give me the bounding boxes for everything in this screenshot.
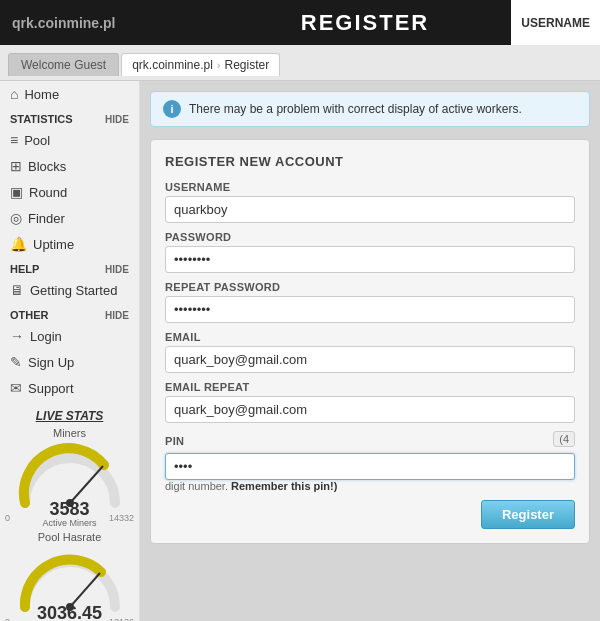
help-label: HELP [10,263,39,275]
pin-input[interactable] [165,453,575,480]
sidebar-item-home[interactable]: ⌂ Home [0,81,139,107]
blocks-icon: ⊞ [10,158,22,174]
sidebar-item-signup[interactable]: ✎ Sign Up [0,349,139,375]
sidebar-item-blocks[interactable]: ⊞ Blocks [0,153,139,179]
statistics-label: STATISTICS [10,113,73,125]
breadcrumb-separator: › [217,59,221,71]
email-label: EMAIL [165,331,575,343]
username-input[interactable] [165,196,575,223]
live-stats: LIVE STATS Miners 3583 Active Miners [0,401,139,621]
password-group: PASSWORD [165,231,575,273]
pin-hint-plain: digit number. [165,480,231,492]
home-icon: ⌂ [10,86,18,102]
finder-icon: ◎ [10,210,22,226]
main-content: i There may be a problem with correct di… [140,81,600,621]
password-label: PASSWORD [165,231,575,243]
sidebar-item-login[interactable]: → Login [0,323,139,349]
breadcrumb-bar: Welcome Guest qrk.coinmine.pl › Register [0,45,600,81]
main-layout: ⌂ Home STATISTICS HIDE ≡ Pool ⊞ Blocks ▣… [0,81,600,621]
pin-badge: (4 [553,431,575,447]
pin-hint: digit number. Remember this pin!) [165,480,575,492]
register-btn-row: Register [165,500,575,529]
pool-hashrate-label: Pool Hasrate [0,531,139,543]
sidebar-item-finder[interactable]: ◎ Finder [0,205,139,231]
breadcrumb-tab: qrk.coinmine.pl › Register [121,53,280,76]
username-label: USERNAME [165,181,575,193]
sidebar-item-uptime[interactable]: 🔔 Uptime [0,231,139,257]
welcome-tab[interactable]: Welcome Guest [8,53,119,76]
round-icon: ▣ [10,184,23,200]
register-button[interactable]: Register [481,500,575,529]
repeat-password-group: REPEAT PASSWORD [165,281,575,323]
breadcrumb-current: Register [225,58,270,72]
signup-icon: ✎ [10,354,22,370]
sidebar-item-round[interactable]: ▣ Round [0,179,139,205]
hashrate-value: 3036.45 [15,604,125,621]
email-input[interactable] [165,346,575,373]
email-repeat-input[interactable] [165,396,575,423]
username-button[interactable]: USERNAME [511,0,600,45]
support-icon: ✉ [10,380,22,396]
pin-hint-bold: Remember this pin!) [231,480,337,492]
alert-box: i There may be a problem with correct di… [150,91,590,127]
help-hide-btn[interactable]: HIDE [105,264,129,275]
sidebar-item-pool[interactable]: ≡ Pool [0,127,139,153]
other-hide-btn[interactable]: HIDE [105,310,129,321]
repeat-password-input[interactable] [165,296,575,323]
sidebar-item-getting-started[interactable]: 🖥 Getting Started [0,277,139,303]
statistics-hide-btn[interactable]: HIDE [105,114,129,125]
pin-label: PIN [165,435,184,447]
miners-sub: Active Miners [15,518,125,528]
help-section-header: HELP HIDE [0,257,139,277]
monitor-icon: 🖥 [10,282,24,298]
repeat-password-label: REPEAT PASSWORD [165,281,575,293]
alert-text: There may be a problem with correct disp… [189,102,522,116]
hashrate-min: 0 [5,617,10,621]
sidebar: ⌂ Home STATISTICS HIDE ≡ Pool ⊞ Blocks ▣… [0,81,140,621]
pool-icon: ≡ [10,132,18,148]
sidebar-home-label: Home [24,87,59,102]
miners-label: Miners [0,427,139,439]
register-title: REGISTER NEW ACCOUNT [165,154,575,169]
miners-min: 0 [5,513,10,523]
pin-group: PIN (4 digit number. Remember this pin!) [165,431,575,492]
other-section-header: OTHER HIDE [0,303,139,323]
hashrate-gauge: 3036.45 MH/s [15,547,125,617]
breadcrumb-site[interactable]: qrk.coinmine.pl [132,58,213,72]
password-input[interactable] [165,246,575,273]
top-header: qrk.coinmine.pl REGISTER USERNAME [0,0,600,45]
site-name: qrk.coinmine.pl [12,15,142,31]
login-icon: → [10,328,24,344]
register-form: REGISTER NEW ACCOUNT USERNAME PASSWORD R… [150,139,590,544]
other-label: OTHER [10,309,49,321]
svg-line-2 [70,573,100,607]
svg-line-0 [70,466,103,503]
email-repeat-group: EMAIL REPEAT [165,381,575,423]
miners-value: 3583 [15,500,125,518]
username-group: USERNAME [165,181,575,223]
statistics-section-header: STATISTICS HIDE [0,107,139,127]
email-repeat-label: EMAIL REPEAT [165,381,575,393]
info-icon: i [163,100,181,118]
miners-gauge: 3583 Active Miners [15,443,125,513]
sidebar-item-support[interactable]: ✉ Support [0,375,139,401]
live-stats-title: LIVE STATS [0,409,139,423]
email-group: EMAIL [165,331,575,373]
pin-label-row: PIN (4 [165,431,575,447]
uptime-icon: 🔔 [10,236,27,252]
